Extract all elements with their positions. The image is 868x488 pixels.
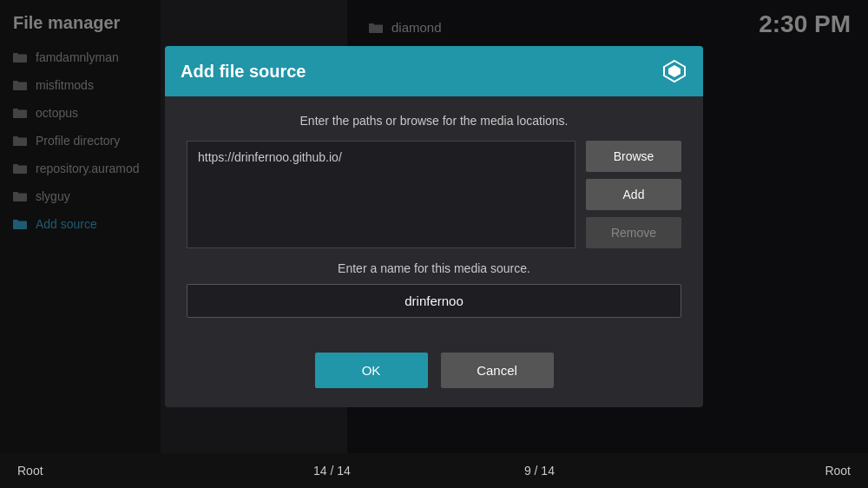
bottom-left-label: Root xyxy=(17,464,43,478)
svg-marker-1 xyxy=(668,65,681,77)
dialog-header: Add file source xyxy=(165,46,703,96)
bottom-center: 14 / 14 9 / 14 xyxy=(313,464,555,478)
kodi-logo-icon xyxy=(661,58,687,84)
ok-button[interactable]: OK xyxy=(315,353,428,388)
add-button[interactable]: Add xyxy=(586,179,681,210)
source-url-text: https://drinfernoo.github.io/ xyxy=(198,150,342,164)
modal-overlay: Add file source Enter the paths or brows… xyxy=(0,0,868,488)
bottom-center-right-count: 9 / 14 xyxy=(524,464,555,478)
bottom-center-left-count: 14 / 14 xyxy=(313,464,351,478)
dialog-actions: OK Cancel xyxy=(165,335,703,407)
cancel-button[interactable]: Cancel xyxy=(441,353,554,388)
source-input-area[interactable]: https://drinfernoo.github.io/ xyxy=(187,141,575,248)
source-row: https://drinfernoo.github.io/ Browse Add… xyxy=(187,141,681,248)
browse-button[interactable]: Browse xyxy=(586,141,681,172)
bottom-bar: Root 14 / 14 9 / 14 Root xyxy=(0,453,868,488)
name-instruction: Enter a name for this media source. xyxy=(187,261,681,275)
remove-button[interactable]: Remove xyxy=(586,217,681,248)
bottom-right-label: Root xyxy=(825,464,851,478)
add-file-source-dialog: Add file source Enter the paths or brows… xyxy=(165,46,703,407)
dialog-instruction: Enter the paths or browse for the media … xyxy=(187,114,681,128)
name-section: Enter a name for this media source. xyxy=(187,261,681,318)
source-buttons: Browse Add Remove xyxy=(586,141,681,248)
name-input[interactable] xyxy=(187,284,681,318)
dialog-title: Add file source xyxy=(181,62,306,82)
dialog-body: Enter the paths or browse for the media … xyxy=(165,96,703,335)
